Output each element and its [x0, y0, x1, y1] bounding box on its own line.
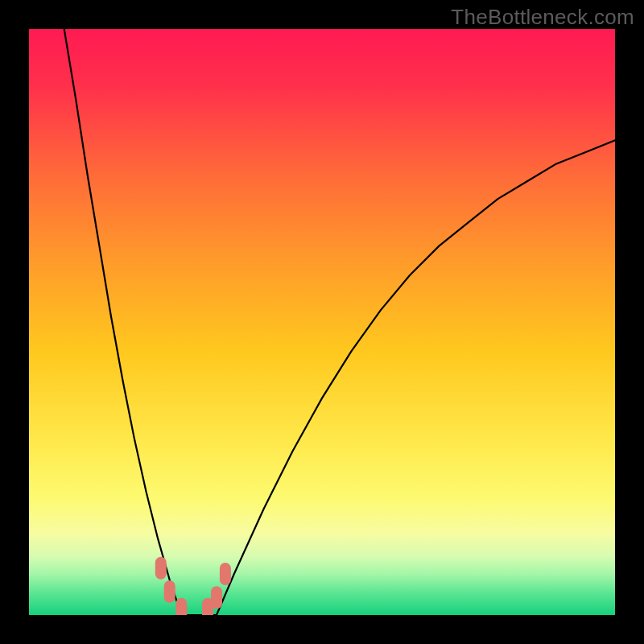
curve-marker — [220, 563, 231, 585]
watermark-text: TheBottleneck.com — [451, 5, 634, 30]
gradient-background — [29, 29, 615, 615]
curve-marker — [155, 557, 167, 580]
curve-marker — [164, 580, 175, 603]
curve-marker — [211, 586, 222, 609]
chart-svg — [29, 29, 615, 615]
curve-marker — [175, 598, 187, 615]
plot-area — [29, 29, 615, 615]
chart-frame: TheBottleneck.com — [0, 0, 644, 644]
